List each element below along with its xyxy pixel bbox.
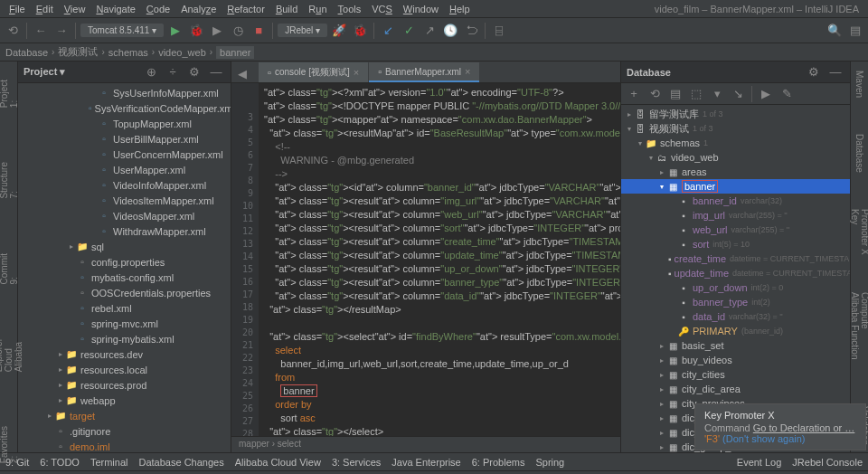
bottom-cloud[interactable]: Alibaba Cloud View	[235, 457, 321, 468]
project-tree-node[interactable]: ▸📁target	[18, 408, 231, 423]
project-panel-title[interactable]: Project ▾	[24, 66, 65, 78]
project-tree[interactable]: ▫SysUserInfoMapper.xml ▫SysVerificationC…	[18, 83, 231, 452]
project-tree-node[interactable]: ▸📁sql	[18, 239, 231, 254]
database-tree-node[interactable]: ▾▦banner	[621, 179, 850, 194]
editor-breadcrumb[interactable]: mapper › select	[231, 436, 620, 452]
git-rollback-icon[interactable]: ⮌	[462, 22, 480, 40]
sync-icon[interactable]: ⟲	[4, 22, 22, 40]
profile-icon[interactable]: ◷	[229, 22, 247, 40]
menu-vcs[interactable]: VCS	[366, 2, 398, 16]
menu-navigate[interactable]: Navigate	[90, 2, 140, 16]
menu-help[interactable]: Help	[444, 2, 476, 16]
project-tree-node[interactable]: ▫TopupMapper.xml	[18, 116, 231, 131]
editor-gutter[interactable]: 3456789101112131415161718192021222324252…	[231, 83, 259, 436]
project-tree-node[interactable]: ▫SysVerificationCodeMapper.xml	[18, 100, 231, 116]
forward-icon[interactable]: →	[52, 22, 71, 40]
project-tree-node[interactable]: ▫spring-mvc.xml	[18, 316, 231, 331]
project-tree-node[interactable]: ▫spring-mybatis.xml	[18, 331, 231, 346]
menu-view[interactable]: View	[59, 2, 91, 16]
menu-code[interactable]: Code	[141, 2, 175, 16]
tab-left-icon[interactable]: ◀	[233, 64, 251, 82]
tool-commit[interactable]: 9: Commit	[0, 253, 19, 284]
database-tree-node[interactable]: ▸▦basic_set	[621, 338, 850, 353]
project-tree-node[interactable]: ▫UserMapper.xml	[18, 162, 231, 177]
git-history-icon[interactable]: 🕓	[441, 22, 459, 40]
project-tree-node[interactable]: ▫demo.iml	[18, 439, 231, 452]
project-tree-node[interactable]: ▫mybatis-config.xml	[18, 270, 231, 285]
database-tree-node[interactable]: ▪data_idvarchar(32) = ''	[621, 309, 850, 324]
tool-key-promoter[interactable]: Key Promoter X	[850, 209, 869, 256]
project-tree-node[interactable]: ▫OOSCredentials.properties	[18, 285, 231, 300]
db-filter-icon[interactable]: ▾	[708, 85, 726, 103]
git-commit-icon[interactable]: ✓	[400, 22, 418, 40]
database-tree-node[interactable]: ▸▦city_cities	[621, 367, 850, 382]
project-tree-node[interactable]: ▸📁resources.dev	[18, 346, 231, 362]
tool-cloud[interactable]: Alibaba Cloud Explorer	[0, 338, 24, 372]
db-exec-icon[interactable]: ▶	[757, 85, 775, 103]
back-icon[interactable]: ←	[32, 22, 50, 40]
database-tree-node[interactable]: ▸▦areas	[621, 165, 850, 179]
menu-analyze[interactable]: Analyze	[175, 2, 222, 16]
tool-maven[interactable]: Maven	[854, 71, 864, 98]
collapse-icon[interactable]: ⚙	[185, 63, 203, 81]
hide-icon[interactable]: —	[207, 63, 225, 81]
tool-project[interactable]: 1: Project	[0, 80, 19, 108]
database-tree-node[interactable]: ▸▦buy_videos	[621, 353, 850, 367]
bottom-spring[interactable]: Spring	[535, 457, 564, 468]
menu-file[interactable]: FFileile	[4, 2, 31, 16]
project-tree-node[interactable]: ▫SysUserInfoMapper.xml	[18, 85, 231, 100]
run-config-combo[interactable]: Tomcat 8.5.411 ▾	[80, 24, 164, 37]
bottom-problems[interactable]: 6: Problems	[472, 457, 525, 468]
search-icon[interactable]: 🔍	[826, 22, 844, 40]
project-tree-node[interactable]: ▫VideosItemMapper.xml	[18, 193, 231, 208]
bottom-event-log[interactable]: Event Log	[737, 457, 782, 468]
database-tree-node[interactable]: ▾🗄视频测试1 of 3	[621, 121, 850, 136]
project-tree-node[interactable]: ▫.gitignore	[18, 423, 231, 439]
run-icon[interactable]: ▶	[166, 22, 184, 40]
menu-window[interactable]: Window	[398, 2, 444, 16]
menu-run[interactable]: Run	[303, 2, 332, 16]
database-tree-node[interactable]: ▪update_timedatetime = CURRENT_TIMESTAMP	[621, 266, 850, 280]
bottom-terminal[interactable]: Terminal	[90, 457, 128, 468]
database-tree-node[interactable]: ▪up_or_downint(2) = 0	[621, 280, 850, 295]
menu-tools[interactable]: Tools	[333, 2, 367, 16]
project-tree-node[interactable]: ▫VideosMapper.xml	[18, 208, 231, 223]
menu-build[interactable]: Build	[270, 2, 303, 16]
db-refresh-icon[interactable]: ⟲	[646, 85, 664, 103]
database-tree-node[interactable]: ▪img_urlvarchar(255) = ''	[621, 208, 850, 223]
database-tree-node[interactable]: ▪banner_idvarchar(32)	[621, 194, 850, 208]
crumb-datasource[interactable]: 视频测试	[58, 45, 98, 59]
select-opened-icon[interactable]: ⊕	[142, 63, 160, 81]
database-tree-node[interactable]: ▾📁schemas1	[621, 136, 850, 150]
git-update-icon[interactable]: ↙	[379, 22, 397, 40]
bottom-db-changes[interactable]: Database Changes	[138, 457, 223, 468]
project-tree-node[interactable]: ▫rebel.xml	[18, 300, 231, 316]
db-jump-icon[interactable]: ↘	[729, 85, 747, 103]
project-tree-node[interactable]: ▸📁webapp	[18, 393, 231, 408]
tool-favorites[interactable]: 2: Favorites	[0, 426, 19, 463]
db-add-icon[interactable]: +	[625, 85, 643, 103]
database-tree-node[interactable]: ▪create_timedatetime = CURRENT_TIMESTAMP	[621, 251, 850, 266]
editor-code[interactable]: "at"> class="tg"><?xml"at"> version="1.0…	[259, 83, 620, 436]
db-tx-icon[interactable]: ✎	[778, 85, 796, 103]
menu-edit[interactable]: Edit	[31, 2, 59, 16]
database-tree-node[interactable]: ▸▦city_dic_area	[621, 382, 850, 396]
key-promoter-tooltip[interactable]: Key Promoter X Command Go to Declaration…	[694, 403, 866, 450]
project-tree-node[interactable]: ▫UserBillMapper.xml	[18, 131, 231, 147]
database-tree-node[interactable]: ▪banner_typeint(2)	[621, 295, 850, 309]
structure-icon[interactable]: ⌸	[490, 22, 508, 40]
git-push-icon[interactable]: ↗	[420, 22, 439, 40]
database-tree[interactable]: ▸🗄留学测试库1 of 3▾🗄视频测试1 of 3▾📁schemas1▾🗂vid…	[621, 105, 850, 452]
db-hide-icon[interactable]: —	[826, 63, 844, 81]
settings-icon[interactable]: ▤	[846, 22, 864, 40]
crumb-database[interactable]: Database	[5, 47, 48, 58]
database-tree-node[interactable]: ▸🗄留学测试库1 of 3	[621, 107, 850, 121]
db-stop-icon[interactable]: ⬚	[687, 85, 705, 103]
expand-icon[interactable]: ÷	[164, 63, 182, 81]
crumb-schemas[interactable]: schemas	[108, 47, 148, 58]
database-tree-node[interactable]: ▾🗂video_web	[621, 150, 850, 165]
menu-refactor[interactable]: Refactor	[222, 2, 270, 16]
database-tree-node[interactable]: ▪web_urlvarchar(255) = ''	[621, 223, 850, 237]
project-tree-node[interactable]: ▫UserConcernMapper.xml	[18, 147, 231, 162]
editor-tab[interactable]: ▫console [视频测试] ×	[259, 62, 368, 82]
